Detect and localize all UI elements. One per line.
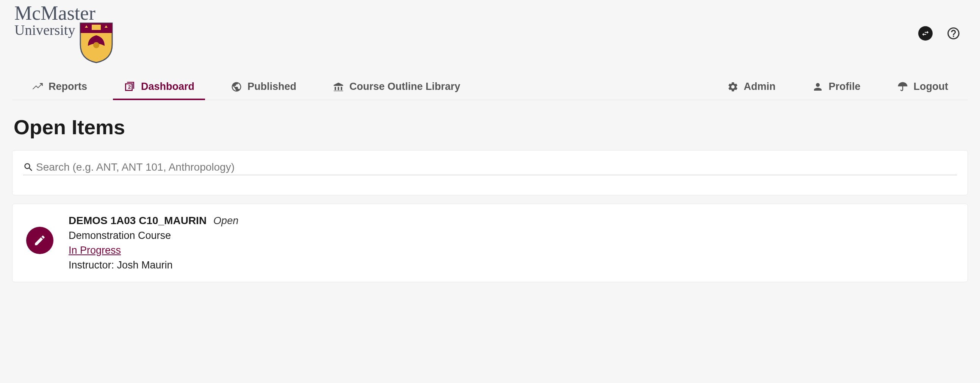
search-card (12, 150, 968, 195)
umbrella-icon (897, 81, 908, 93)
item-status-link[interactable]: In Progress (68, 244, 121, 256)
nav-label: Dashboard (141, 81, 194, 93)
dashboard-icon: 2 (124, 81, 136, 93)
timeline-icon (32, 81, 43, 93)
item-instructor: Instructor: Josh Maurin (68, 259, 239, 271)
page-title: Open Items (14, 115, 968, 139)
nav-library[interactable]: Course Outline Library (330, 74, 463, 100)
brand-line1: McMaster (14, 5, 95, 22)
edit-button[interactable] (26, 227, 53, 254)
search-icon (23, 162, 34, 172)
nav-admin[interactable]: Admin (724, 74, 779, 99)
library-icon (333, 81, 344, 93)
search-input[interactable] (36, 161, 957, 173)
gear-icon (727, 81, 738, 93)
nav-label: Published (247, 81, 296, 93)
nav-label: Reports (49, 81, 87, 93)
nav-label: Profile (829, 81, 861, 93)
nav-reports[interactable]: Reports (29, 74, 90, 100)
nav-label: Course Outline Library (349, 81, 460, 93)
nav-published[interactable]: Published (228, 74, 299, 100)
crest-icon (79, 22, 114, 63)
help-icon[interactable] (946, 26, 961, 41)
nav-label: Logout (914, 81, 948, 93)
nav-label: Admin (744, 81, 776, 93)
item-name: Demonstration Course (68, 230, 239, 241)
item-state: Open (213, 215, 239, 227)
svg-text:2: 2 (128, 84, 131, 90)
swap-icon[interactable] (918, 26, 933, 41)
pencil-icon (33, 234, 46, 247)
open-item-card: DEMOS 1A03 C10_MAURIN Open Demonstration… (12, 204, 968, 282)
svg-point-1 (93, 42, 99, 48)
brand-line2: University (14, 22, 75, 38)
nav-profile[interactable]: Profile (809, 74, 864, 99)
item-code: DEMOS 1A03 C10_MAURIN (68, 215, 207, 227)
person-icon (812, 81, 824, 93)
brand-logo: McMaster University (12, 5, 114, 63)
nav-dashboard[interactable]: 2 Dashboard (121, 74, 197, 100)
globe-icon (231, 81, 242, 93)
nav-logout[interactable]: Logout (894, 74, 951, 99)
main-nav: Reports 2 Dashboard Published Course Out… (12, 74, 968, 100)
svg-rect-0 (92, 25, 101, 30)
